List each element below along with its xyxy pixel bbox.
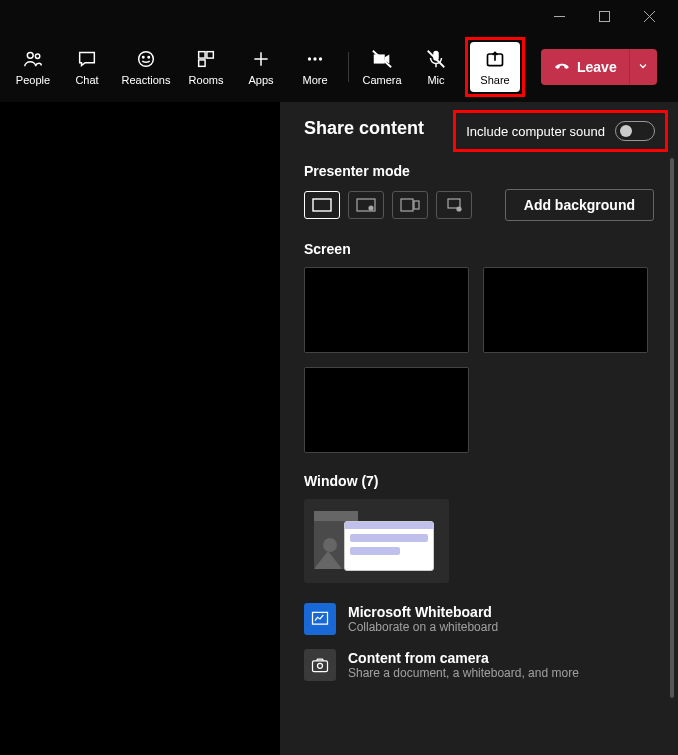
svg-point-4 bbox=[139, 52, 154, 67]
rooms-button[interactable]: Rooms bbox=[178, 37, 234, 97]
presenter-mode-row: Add background bbox=[304, 189, 654, 221]
more-icon bbox=[304, 48, 326, 70]
include-sound-label: Include computer sound bbox=[466, 124, 605, 139]
screen-thumbnail-2[interactable] bbox=[483, 267, 648, 353]
apps-button[interactable]: Apps bbox=[234, 37, 288, 97]
include-sound-toggle[interactable] bbox=[615, 121, 655, 141]
content-camera-subtitle: Share a document, a whiteboard, and more bbox=[348, 666, 579, 680]
leave-label: Leave bbox=[577, 59, 617, 75]
presenter-mode-title: Presenter mode bbox=[304, 163, 654, 179]
presenter-mode-content-only[interactable] bbox=[304, 191, 340, 219]
reactions-icon bbox=[135, 48, 157, 70]
svg-point-5 bbox=[143, 56, 144, 57]
screen-thumbnails bbox=[304, 267, 654, 453]
presenter-mode-standout[interactable] bbox=[348, 191, 384, 219]
svg-point-27 bbox=[318, 663, 323, 668]
reactions-button[interactable]: Reactions bbox=[114, 37, 178, 97]
toggle-knob bbox=[620, 125, 632, 137]
svg-rect-9 bbox=[199, 60, 205, 66]
svg-rect-21 bbox=[414, 201, 419, 209]
window-stack-thumbnail[interactable] bbox=[304, 499, 449, 583]
share-icon bbox=[484, 48, 506, 70]
camera-off-icon bbox=[371, 48, 393, 70]
titlebar bbox=[0, 0, 678, 32]
presenter-mode-side-by-side[interactable] bbox=[392, 191, 428, 219]
svg-point-10 bbox=[308, 57, 311, 60]
share-highlight-box: Share bbox=[465, 37, 525, 97]
close-button[interactable] bbox=[627, 0, 672, 32]
chat-label: Chat bbox=[75, 74, 98, 86]
content-camera-text: Content from camera Share a document, a … bbox=[348, 650, 579, 680]
window-thumbnails bbox=[304, 499, 654, 583]
svg-rect-1 bbox=[600, 11, 610, 21]
share-content-panel: Share content Include computer sound Pre… bbox=[280, 102, 678, 755]
window-front-icon bbox=[344, 521, 434, 571]
svg-rect-0 bbox=[554, 16, 565, 17]
svg-rect-17 bbox=[313, 199, 331, 211]
hangup-icon bbox=[553, 57, 571, 78]
whiteboard-icon bbox=[304, 603, 336, 635]
panel-header: Share content Include computer sound bbox=[304, 118, 654, 139]
mic-button[interactable]: Mic bbox=[409, 37, 463, 97]
content-from-camera-option[interactable]: Content from camera Share a document, a … bbox=[304, 649, 654, 681]
svg-point-19 bbox=[369, 206, 373, 210]
camera-label: Camera bbox=[362, 74, 401, 86]
people-label: People bbox=[16, 74, 50, 86]
chevron-down-icon bbox=[637, 58, 649, 76]
svg-point-11 bbox=[313, 57, 316, 60]
svg-rect-24 bbox=[314, 511, 358, 521]
whiteboard-title: Microsoft Whiteboard bbox=[348, 604, 498, 620]
share-button[interactable]: Share bbox=[470, 42, 520, 92]
svg-point-6 bbox=[148, 56, 149, 57]
toolbar-separator bbox=[348, 52, 349, 82]
more-button[interactable]: More bbox=[288, 37, 342, 97]
window-section-title: Window (7) bbox=[304, 473, 654, 489]
screen-section-title: Screen bbox=[304, 241, 654, 257]
reactions-label: Reactions bbox=[122, 74, 171, 86]
content-camera-icon bbox=[304, 649, 336, 681]
meeting-toolbar: People Chat Reactions Rooms Apps More bbox=[0, 32, 678, 102]
svg-point-3 bbox=[35, 54, 39, 58]
apps-icon bbox=[250, 48, 272, 70]
screen-thumbnail-3[interactable] bbox=[304, 367, 469, 453]
more-label: More bbox=[302, 74, 327, 86]
chat-icon bbox=[76, 48, 98, 70]
include-sound-highlight-box: Include computer sound bbox=[453, 110, 668, 152]
minimize-button[interactable] bbox=[537, 0, 582, 32]
svg-rect-20 bbox=[401, 199, 413, 211]
svg-point-12 bbox=[319, 57, 322, 60]
svg-point-25 bbox=[323, 538, 337, 552]
svg-rect-8 bbox=[207, 52, 213, 58]
rooms-icon bbox=[195, 48, 217, 70]
panel-title: Share content bbox=[304, 118, 424, 139]
share-label: Share bbox=[480, 74, 509, 86]
camera-button[interactable]: Camera bbox=[355, 37, 409, 97]
leave-button[interactable]: Leave bbox=[541, 49, 629, 85]
main-area: Share content Include computer sound Pre… bbox=[0, 102, 678, 755]
svg-rect-7 bbox=[199, 52, 205, 58]
mic-off-icon bbox=[425, 48, 447, 70]
whiteboard-option[interactable]: Microsoft Whiteboard Collaborate on a wh… bbox=[304, 603, 654, 635]
rooms-label: Rooms bbox=[189, 74, 224, 86]
people-button[interactable]: People bbox=[6, 37, 60, 97]
leave-button-group: Leave bbox=[541, 49, 657, 85]
screen-thumbnail-1[interactable] bbox=[304, 267, 469, 353]
content-camera-title: Content from camera bbox=[348, 650, 579, 666]
svg-rect-26 bbox=[313, 661, 328, 672]
people-icon bbox=[22, 48, 44, 70]
leave-dropdown[interactable] bbox=[629, 49, 657, 85]
chat-button[interactable]: Chat bbox=[60, 37, 114, 97]
maximize-button[interactable] bbox=[582, 0, 627, 32]
mic-label: Mic bbox=[427, 74, 444, 86]
svg-point-23 bbox=[457, 207, 461, 211]
apps-label: Apps bbox=[248, 74, 273, 86]
whiteboard-text: Microsoft Whiteboard Collaborate on a wh… bbox=[348, 604, 498, 634]
panel-scrollbar[interactable] bbox=[670, 158, 674, 698]
add-background-button[interactable]: Add background bbox=[505, 189, 654, 221]
svg-point-2 bbox=[27, 52, 33, 58]
whiteboard-subtitle: Collaborate on a whiteboard bbox=[348, 620, 498, 634]
presenter-mode-reporter[interactable] bbox=[436, 191, 472, 219]
